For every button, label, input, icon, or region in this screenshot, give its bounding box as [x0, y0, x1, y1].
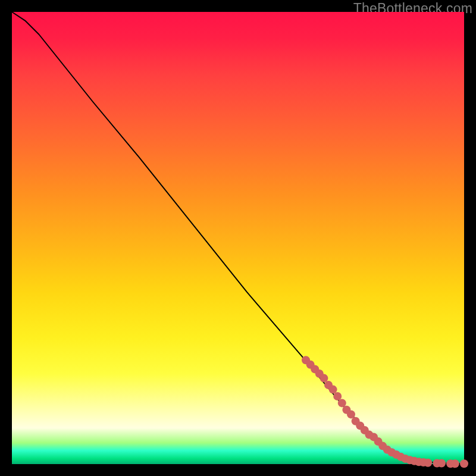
data-point: [424, 459, 432, 467]
data-point: [451, 459, 459, 468]
data-point: [329, 386, 337, 394]
data-point: [333, 392, 342, 400]
data-point: [338, 399, 346, 407]
data-point: [437, 459, 446, 467]
plot-area: [12, 12, 464, 464]
curve-markers: [302, 356, 468, 468]
chart-svg: [12, 12, 464, 464]
data-point: [460, 459, 468, 468]
data-point: [347, 410, 355, 418]
data-point: [320, 374, 328, 383]
chart-stage: TheBottleneck.com: [0, 0, 476, 476]
curve-line: [12, 12, 464, 464]
